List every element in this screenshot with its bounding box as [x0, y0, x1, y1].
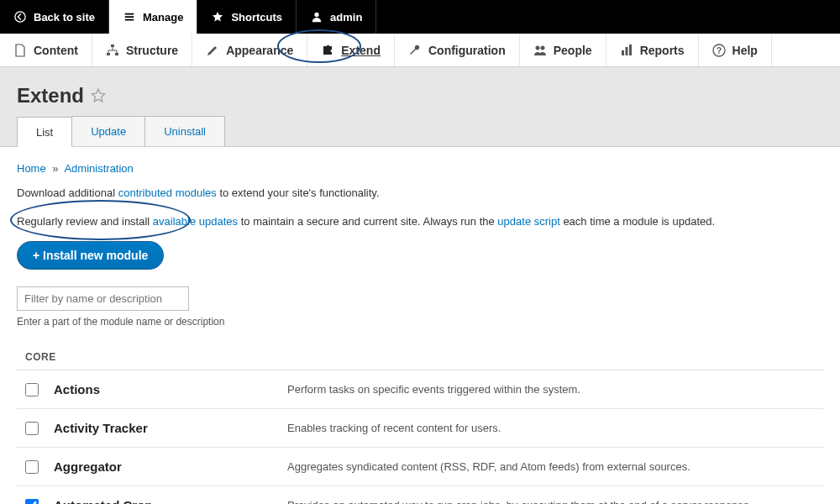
menu-structure[interactable]: Structure — [92, 34, 192, 66]
module-row: Actions Perform tasks on specific events… — [17, 370, 823, 409]
module-checkbox[interactable] — [25, 383, 39, 396]
breadcrumb-admin[interactable]: Administration — [64, 162, 133, 175]
puzzle-icon — [321, 44, 334, 57]
link-contributed-modules[interactable]: contributed modules — [118, 186, 217, 199]
module-description: Aggregates syndicated content (RSS, RDF,… — [287, 460, 815, 473]
svg-point-5 — [535, 45, 539, 50]
menu-extend[interactable]: Extend — [307, 34, 395, 66]
module-description: Enables tracking of recent content for u… — [287, 422, 815, 434]
menu-label: Help — [732, 44, 758, 57]
back-to-site[interactable]: Back to site — [0, 0, 109, 34]
module-checkbox[interactable] — [25, 460, 39, 474]
menu-appearance[interactable]: Appearance — [192, 34, 307, 66]
module-description: Provides an automated way to run cron jo… — [287, 499, 815, 504]
module-row: Automated Cron Provides an automated way… — [17, 486, 823, 504]
user-menu[interactable]: admin — [297, 0, 376, 34]
svg-point-1 — [314, 13, 318, 17]
page-header: Extend List Update Uninstall — [0, 67, 840, 147]
module-name[interactable]: Automated Cron — [54, 498, 272, 504]
menu-label: Structure — [126, 44, 178, 57]
tab-list[interactable]: List — [17, 117, 72, 147]
bar-chart-icon — [620, 44, 633, 57]
svg-rect-4 — [115, 53, 118, 55]
svg-point-6 — [540, 45, 544, 50]
svg-rect-8 — [625, 47, 627, 55]
filter-help-text: Enter a part of the module name or descr… — [17, 316, 823, 328]
main-content: Home » Administration Download additiona… — [0, 147, 840, 504]
menu-label: Content — [34, 44, 78, 57]
page-tabs: List Update Uninstall — [17, 116, 823, 146]
shortcuts-label: Shortcuts — [231, 11, 282, 24]
manage-label: Manage — [143, 11, 183, 24]
menu-label: People — [554, 44, 592, 57]
svg-rect-3 — [107, 53, 110, 55]
breadcrumb: Home » Administration — [17, 162, 823, 175]
admin-menu: Content Structure Appearance Extend Conf… — [0, 34, 840, 67]
hierarchy-icon — [106, 44, 119, 57]
svg-rect-7 — [622, 50, 624, 55]
module-name[interactable]: Actions — [54, 382, 272, 396]
breadcrumb-sep: » — [52, 162, 58, 175]
people-icon — [533, 44, 547, 57]
menu-content[interactable]: Content — [0, 34, 92, 66]
install-new-module-button[interactable]: + Install new module — [17, 241, 164, 270]
menu-people[interactable]: People — [520, 34, 606, 66]
user-label: admin — [330, 11, 362, 24]
module-description: Perform tasks on specific events trigger… — [287, 383, 815, 396]
menu-configuration[interactable]: Configuration — [395, 34, 520, 66]
hamburger-icon — [123, 10, 136, 24]
module-group-header: CORE — [17, 344, 823, 370]
manage-toggle[interactable]: Manage — [109, 0, 197, 34]
description-1: Download additional contributed modules … — [17, 185, 823, 202]
paintbrush-icon — [206, 44, 219, 57]
svg-rect-9 — [629, 45, 632, 55]
module-name[interactable]: Activity Tracker — [54, 421, 272, 435]
breadcrumb-home[interactable]: Home — [17, 162, 46, 175]
svg-point-0 — [15, 12, 25, 22]
filter-input[interactable] — [17, 286, 189, 311]
help-icon: ? — [712, 44, 726, 57]
favorite-star-icon[interactable] — [91, 88, 106, 103]
top-toolbar: Back to site Manage Shortcuts admin — [0, 0, 840, 34]
menu-label: Appearance — [226, 44, 293, 57]
user-icon — [310, 10, 323, 24]
file-icon — [13, 44, 27, 57]
wrench-icon — [408, 44, 422, 57]
svg-rect-2 — [111, 45, 114, 47]
arrow-left-icon — [13, 10, 27, 24]
menu-help[interactable]: ? Help — [699, 34, 772, 66]
tab-update[interactable]: Update — [71, 116, 145, 146]
link-update-script[interactable]: update script — [497, 215, 559, 228]
back-label: Back to site — [34, 11, 95, 24]
module-checkbox[interactable] — [25, 499, 39, 505]
menu-reports[interactable]: Reports — [606, 34, 699, 66]
module-row: Aggregator Aggregates syndicated content… — [17, 448, 823, 486]
module-list: CORE Actions Perform tasks on specific e… — [17, 344, 823, 504]
module-name[interactable]: Aggregator — [54, 459, 272, 474]
module-row: Activity Tracker Enables tracking of rec… — [17, 409, 823, 448]
page-title: Extend — [17, 84, 84, 108]
star-icon — [211, 10, 224, 24]
menu-label: Reports — [640, 44, 685, 57]
description-2: Regularly review and install available u… — [17, 213, 823, 230]
svg-text:?: ? — [716, 46, 721, 55]
module-checkbox[interactable] — [25, 422, 39, 435]
menu-label: Configuration — [428, 44, 506, 57]
link-available-updates[interactable]: available updates — [153, 215, 238, 228]
menu-label: Extend — [341, 44, 381, 57]
shortcuts-link[interactable]: Shortcuts — [197, 0, 297, 34]
tab-uninstall[interactable]: Uninstall — [144, 116, 225, 146]
